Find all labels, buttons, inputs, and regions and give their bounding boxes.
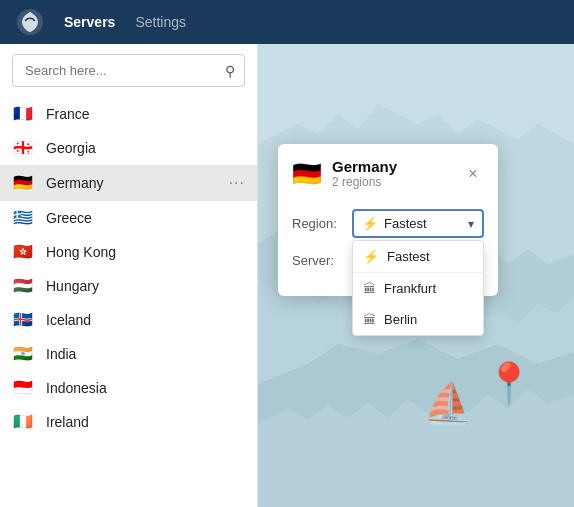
popup-header: 🇩🇪 Germany 2 regions × [278,144,498,199]
location-pin-icon: 📍 [484,360,534,407]
country-name-georgia: Georgia [46,140,245,156]
region-dropdown: ⚡ Fastest ▾ ⚡ Fastest [352,209,484,238]
tab-settings[interactable]: Settings [135,10,186,34]
country-item-germany[interactable]: 🇩🇪 Germany ··· [0,165,257,201]
popup-close-button[interactable]: × [462,163,484,185]
boat-icon: ⛵ [423,380,473,427]
flag-france: 🇫🇷 [12,106,34,122]
frankfurt-option-label: Frankfurt [384,281,436,296]
region-dropdown-menu: ⚡ Fastest 🏛 Frankfurt 🏛 [352,240,484,336]
popup-germany: 🇩🇪 Germany 2 regions × Region: ⚡ Fastest [278,144,498,296]
flag-hungary: 🇭🇺 [12,278,34,294]
country-name-ireland: Ireland [46,414,245,430]
country-list: 🇫🇷 France 🇬🇪 Georgia 🇩🇪 Germany ··· 🇬🇷 G… [0,97,257,507]
dropdown-item-berlin[interactable]: 🏛 Berlin [353,304,483,335]
popup-country-name: Germany [332,158,462,175]
flag-indonesia: 🇮🇩 [12,380,34,396]
country-item-iceland[interactable]: 🇮🇸 Iceland [0,303,257,337]
header: Servers Settings [0,0,574,44]
flag-georgia: 🇬🇪 [12,140,34,156]
flag-hongkong: 🇭🇰 [12,244,34,260]
flag-iceland: 🇮🇸 [12,312,34,328]
country-menu-dots[interactable]: ··· [229,174,245,192]
frankfurt-option-icon: 🏛 [363,281,376,296]
country-item-france[interactable]: 🇫🇷 France [0,97,257,131]
region-dropdown-trigger[interactable]: ⚡ Fastest ▾ [352,209,484,238]
search-box: ⚲ [12,54,245,87]
popup-body: Region: ⚡ Fastest ▾ ⚡ Fastest [278,199,498,296]
chevron-down-icon: ▾ [468,217,474,231]
popup-flag-germany: 🇩🇪 [292,160,322,188]
berlin-option-label: Berlin [384,312,417,327]
region-selected-value: Fastest [384,216,468,231]
tab-servers[interactable]: Servers [64,10,115,34]
country-item-greece[interactable]: 🇬🇷 Greece [0,201,257,235]
country-name-germany: Germany [46,175,229,191]
flag-india: 🇮🇳 [12,346,34,362]
main-content: ⚲ 🇫🇷 France 🇬🇪 Georgia 🇩🇪 Germany ··· [0,44,574,507]
search-icon: ⚲ [225,63,235,79]
flag-greece: 🇬🇷 [12,210,34,226]
country-name-india: India [46,346,245,362]
fastest-option-icon: ⚡ [363,249,379,264]
fastest-option-label: Fastest [387,249,430,264]
country-name-hungary: Hungary [46,278,245,294]
country-item-india[interactable]: 🇮🇳 India [0,337,257,371]
country-item-hongkong[interactable]: 🇭🇰 Hong Kong [0,235,257,269]
logo-icon [16,8,44,36]
popup-region-label: Region: [292,216,352,231]
country-name-greece: Greece [46,210,245,226]
flag-ireland: 🇮🇪 [12,414,34,430]
fastest-icon: ⚡ [362,216,378,231]
country-item-georgia[interactable]: 🇬🇪 Georgia [0,131,257,165]
country-item-ireland[interactable]: 🇮🇪 Ireland [0,405,257,439]
country-name-iceland: Iceland [46,312,245,328]
flag-germany: 🇩🇪 [12,175,34,191]
popup-region-row: Region: ⚡ Fastest ▾ ⚡ Fastest [292,209,484,238]
berlin-option-icon: 🏛 [363,312,376,327]
country-item-hungary[interactable]: 🇭🇺 Hungary [0,269,257,303]
country-name-france: France [46,106,245,122]
popup-server-label: Server: [292,253,352,268]
sidebar: ⚲ 🇫🇷 France 🇬🇪 Georgia 🇩🇪 Germany ··· [0,44,258,507]
country-item-indonesia[interactable]: 🇮🇩 Indonesia [0,371,257,405]
country-name-hongkong: Hong Kong [46,244,245,260]
popup-title: Germany 2 regions [332,158,462,189]
search-input[interactable] [12,54,245,87]
country-name-indonesia: Indonesia [46,380,245,396]
dropdown-item-fastest[interactable]: ⚡ Fastest [353,241,483,272]
dropdown-item-frankfurt[interactable]: 🏛 Frankfurt [353,273,483,304]
map-area: ⛵ 📍 🇩🇪 Germany 2 regions × Region: [258,44,574,507]
popup-regions-label: 2 regions [332,175,462,189]
